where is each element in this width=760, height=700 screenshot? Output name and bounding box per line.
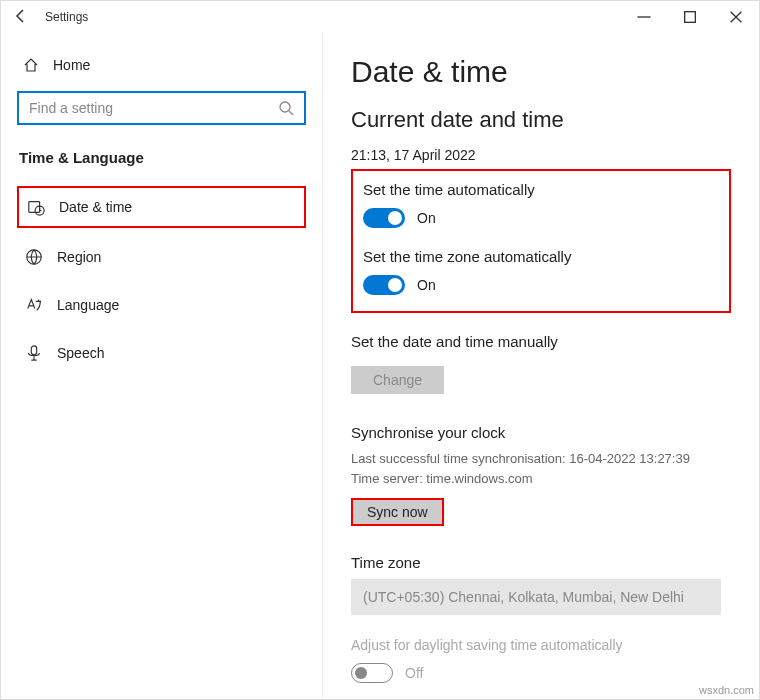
auto-settings-highlight: Set the time automatically On Set the ti… [351,169,731,313]
nav-language[interactable]: Language [17,286,306,324]
section-current: Current date and time [351,107,731,133]
nav-label: Speech [57,345,104,361]
sync-last: Last successful time synchronisation: 16… [351,449,731,469]
tz-heading: Time zone [351,554,731,571]
sync-server: Time server: time.windows.com [351,469,731,489]
clock-calendar-icon [27,198,45,216]
manual-label: Set the date and time manually [351,333,731,350]
auto-time-state: On [417,210,436,226]
svg-point-4 [280,102,290,112]
close-button[interactable] [713,1,759,33]
home-icon [23,57,39,73]
maximize-button[interactable] [667,1,713,33]
current-datetime: 21:13, 17 April 2022 [351,147,731,163]
auto-time-label: Set the time automatically [363,181,717,198]
microphone-icon [25,344,43,362]
globe-icon [25,248,43,266]
nav-label: Date & time [59,199,132,215]
watermark: wsxdn.com [699,684,754,696]
dst-label: Adjust for daylight saving time automati… [351,637,731,653]
sync-now-button[interactable]: Sync now [351,498,444,526]
category-heading: Time & Language [17,149,306,166]
nav-date-time[interactable]: Date & time [17,186,306,228]
change-button: Change [351,366,444,394]
search-input[interactable]: Find a setting [17,91,306,125]
svg-rect-9 [31,346,36,355]
sync-heading: Synchronise your clock [351,424,731,441]
search-icon [278,100,294,116]
nav-speech[interactable]: Speech [17,334,306,372]
svg-line-5 [289,111,293,115]
auto-tz-state: On [417,277,436,293]
nav-label: Language [57,297,119,313]
page-heading: Date & time [351,55,731,89]
dst-toggle [351,663,393,683]
sidebar: Home Find a setting Time & Language Date… [1,33,323,699]
close-icon [728,9,744,25]
home-link[interactable]: Home [17,49,306,91]
auto-tz-toggle[interactable] [363,275,405,295]
window-title: Settings [41,10,621,24]
nav-region[interactable]: Region [17,238,306,276]
timezone-select[interactable]: (UTC+05:30) Chennai, Kolkata, Mumbai, Ne… [351,579,721,615]
auto-time-toggle[interactable] [363,208,405,228]
search-placeholder: Find a setting [29,100,113,116]
home-label: Home [53,57,90,73]
svg-rect-1 [685,12,696,23]
arrow-left-icon [13,8,29,24]
auto-tz-label: Set the time zone automatically [363,248,717,265]
minimize-icon [636,9,652,25]
dst-state: Off [405,665,423,681]
content-pane: Date & time Current date and time 21:13,… [323,33,759,699]
titlebar: Settings [1,1,759,33]
nav-label: Region [57,249,101,265]
minimize-button[interactable] [621,1,667,33]
maximize-icon [682,9,698,25]
back-button[interactable] [1,8,41,27]
language-icon [25,296,43,314]
